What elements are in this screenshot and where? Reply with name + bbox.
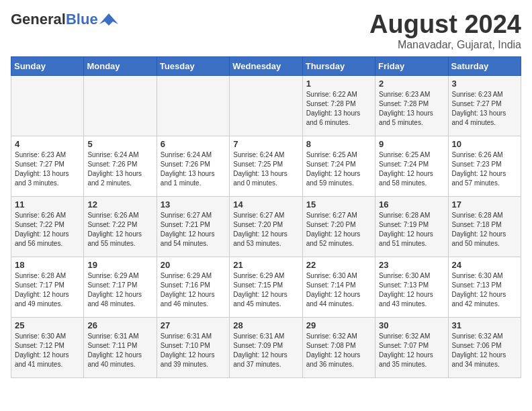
page-header: GeneralBlue August 2024 Manavadar, Gujar…	[11, 11, 521, 51]
day-number: 18	[15, 260, 80, 270]
day-number: 7	[233, 139, 298, 149]
calendar-cell	[230, 75, 302, 136]
calendar-day-header: Tuesday	[157, 56, 229, 75]
calendar-day-header: Monday	[84, 56, 157, 75]
day-info: Sunrise: 6:29 AM Sunset: 7:15 PM Dayligh…	[233, 271, 298, 309]
day-info: Sunrise: 6:30 AM Sunset: 7:14 PM Dayligh…	[306, 271, 371, 309]
day-info: Sunrise: 6:31 AM Sunset: 7:10 PM Dayligh…	[161, 332, 226, 369]
day-info: Sunrise: 6:30 AM Sunset: 7:12 PM Dayligh…	[15, 332, 80, 369]
day-info: Sunrise: 6:23 AM Sunset: 7:27 PM Dayligh…	[452, 90, 517, 128]
title-section: August 2024 Manavadar, Gujarat, India	[369, 11, 521, 51]
calendar-cell: 27Sunrise: 6:31 AM Sunset: 7:10 PM Dayli…	[157, 317, 229, 377]
day-number: 9	[379, 139, 444, 149]
day-info: Sunrise: 6:23 AM Sunset: 7:28 PM Dayligh…	[379, 90, 444, 128]
calendar-cell: 26Sunrise: 6:31 AM Sunset: 7:11 PM Dayli…	[84, 317, 157, 377]
day-info: Sunrise: 6:24 AM Sunset: 7:25 PM Dayligh…	[233, 150, 298, 188]
logo: GeneralBlue	[11, 11, 118, 28]
day-number: 29	[306, 320, 371, 330]
calendar-cell: 8Sunrise: 6:25 AM Sunset: 7:24 PM Daylig…	[302, 136, 375, 196]
calendar-cell: 9Sunrise: 6:25 AM Sunset: 7:24 PM Daylig…	[375, 136, 448, 196]
calendar-cell: 24Sunrise: 6:30 AM Sunset: 7:13 PM Dayli…	[448, 257, 521, 317]
calendar-cell: 28Sunrise: 6:31 AM Sunset: 7:09 PM Dayli…	[230, 317, 302, 377]
day-number: 19	[87, 260, 152, 270]
calendar-cell	[11, 75, 84, 136]
svg-marker-0	[99, 13, 118, 26]
calendar-cell: 2Sunrise: 6:23 AM Sunset: 7:28 PM Daylig…	[375, 75, 448, 136]
day-info: Sunrise: 6:27 AM Sunset: 7:20 PM Dayligh…	[233, 211, 298, 248]
calendar-cell: 11Sunrise: 6:26 AM Sunset: 7:22 PM Dayli…	[11, 196, 84, 257]
calendar-cell: 18Sunrise: 6:28 AM Sunset: 7:17 PM Dayli…	[11, 257, 84, 317]
day-number: 26	[87, 320, 152, 330]
day-info: Sunrise: 6:23 AM Sunset: 7:27 PM Dayligh…	[15, 150, 80, 188]
day-info: Sunrise: 6:27 AM Sunset: 7:21 PM Dayligh…	[161, 211, 226, 248]
calendar-cell: 16Sunrise: 6:28 AM Sunset: 7:19 PM Dayli…	[375, 196, 448, 257]
calendar-week-row: 4Sunrise: 6:23 AM Sunset: 7:27 PM Daylig…	[11, 136, 521, 196]
day-number: 14	[233, 199, 298, 210]
day-info: Sunrise: 6:24 AM Sunset: 7:26 PM Dayligh…	[161, 150, 226, 188]
calendar-cell	[84, 75, 157, 136]
subtitle: Manavadar, Gujarat, India	[369, 39, 521, 51]
day-number: 8	[306, 139, 371, 149]
calendar-cell: 17Sunrise: 6:28 AM Sunset: 7:18 PM Dayli…	[448, 196, 521, 257]
day-number: 4	[15, 139, 80, 149]
day-info: Sunrise: 6:26 AM Sunset: 7:22 PM Dayligh…	[87, 211, 152, 248]
day-info: Sunrise: 6:26 AM Sunset: 7:22 PM Dayligh…	[15, 211, 80, 248]
logo-text: GeneralBlue	[11, 11, 98, 28]
day-info: Sunrise: 6:26 AM Sunset: 7:23 PM Dayligh…	[452, 150, 517, 188]
calendar-cell: 15Sunrise: 6:27 AM Sunset: 7:20 PM Dayli…	[302, 196, 375, 257]
day-number: 24	[452, 260, 517, 270]
calendar-day-header: Thursday	[302, 56, 375, 75]
day-info: Sunrise: 6:32 AM Sunset: 7:08 PM Dayligh…	[306, 332, 371, 369]
day-info: Sunrise: 6:30 AM Sunset: 7:13 PM Dayligh…	[379, 271, 444, 309]
calendar-day-header: Sunday	[11, 56, 84, 75]
calendar-cell: 25Sunrise: 6:30 AM Sunset: 7:12 PM Dayli…	[11, 317, 84, 377]
calendar-week-row: 18Sunrise: 6:28 AM Sunset: 7:17 PM Dayli…	[11, 257, 521, 317]
calendar-cell: 3Sunrise: 6:23 AM Sunset: 7:27 PM Daylig…	[448, 75, 521, 136]
day-info: Sunrise: 6:29 AM Sunset: 7:17 PM Dayligh…	[87, 271, 152, 309]
day-number: 25	[15, 320, 80, 330]
day-info: Sunrise: 6:32 AM Sunset: 7:07 PM Dayligh…	[379, 332, 444, 369]
day-number: 11	[15, 199, 80, 210]
logo-icon: GeneralBlue	[11, 11, 118, 28]
calendar-cell: 31Sunrise: 6:32 AM Sunset: 7:06 PM Dayli…	[448, 317, 521, 377]
day-number: 22	[306, 260, 371, 270]
day-info: Sunrise: 6:31 AM Sunset: 7:11 PM Dayligh…	[87, 332, 152, 369]
calendar-week-row: 25Sunrise: 6:30 AM Sunset: 7:12 PM Dayli…	[11, 317, 521, 377]
calendar-cell: 23Sunrise: 6:30 AM Sunset: 7:13 PM Dayli…	[375, 257, 448, 317]
day-number: 5	[87, 139, 152, 149]
day-number: 15	[306, 199, 371, 210]
calendar-cell: 10Sunrise: 6:26 AM Sunset: 7:23 PM Dayli…	[448, 136, 521, 196]
calendar-cell: 4Sunrise: 6:23 AM Sunset: 7:27 PM Daylig…	[11, 136, 84, 196]
day-number: 2	[379, 79, 444, 89]
day-info: Sunrise: 6:31 AM Sunset: 7:09 PM Dayligh…	[233, 332, 298, 369]
calendar-cell: 1Sunrise: 6:22 AM Sunset: 7:28 PM Daylig…	[302, 75, 375, 136]
calendar-cell: 13Sunrise: 6:27 AM Sunset: 7:21 PM Dayli…	[157, 196, 229, 257]
day-info: Sunrise: 6:28 AM Sunset: 7:17 PM Dayligh…	[15, 271, 80, 309]
calendar-day-header: Friday	[375, 56, 448, 75]
calendar-week-row: 1Sunrise: 6:22 AM Sunset: 7:28 PM Daylig…	[11, 75, 521, 136]
calendar-cell: 22Sunrise: 6:30 AM Sunset: 7:14 PM Dayli…	[302, 257, 375, 317]
day-info: Sunrise: 6:30 AM Sunset: 7:13 PM Dayligh…	[452, 271, 517, 309]
calendar-cell: 19Sunrise: 6:29 AM Sunset: 7:17 PM Dayli…	[84, 257, 157, 317]
calendar-cell: 20Sunrise: 6:29 AM Sunset: 7:16 PM Dayli…	[157, 257, 229, 317]
day-number: 16	[379, 199, 444, 210]
day-info: Sunrise: 6:24 AM Sunset: 7:26 PM Dayligh…	[87, 150, 152, 188]
calendar-cell: 30Sunrise: 6:32 AM Sunset: 7:07 PM Dayli…	[375, 317, 448, 377]
day-info: Sunrise: 6:25 AM Sunset: 7:24 PM Dayligh…	[306, 150, 371, 188]
day-info: Sunrise: 6:28 AM Sunset: 7:18 PM Dayligh…	[452, 211, 517, 248]
day-info: Sunrise: 6:22 AM Sunset: 7:28 PM Dayligh…	[306, 90, 371, 128]
day-number: 17	[452, 199, 517, 210]
day-number: 20	[161, 260, 226, 270]
calendar-table: SundayMondayTuesdayWednesdayThursdayFrid…	[11, 56, 521, 378]
day-number: 1	[306, 79, 371, 89]
day-number: 13	[161, 199, 226, 210]
day-number: 31	[452, 320, 517, 330]
day-info: Sunrise: 6:28 AM Sunset: 7:19 PM Dayligh…	[379, 211, 444, 248]
day-number: 21	[233, 260, 298, 270]
day-number: 30	[379, 320, 444, 330]
day-info: Sunrise: 6:25 AM Sunset: 7:24 PM Dayligh…	[379, 150, 444, 188]
day-number: 28	[233, 320, 298, 330]
calendar-cell: 6Sunrise: 6:24 AM Sunset: 7:26 PM Daylig…	[157, 136, 229, 196]
calendar-cell	[157, 75, 229, 136]
calendar-cell: 29Sunrise: 6:32 AM Sunset: 7:08 PM Dayli…	[302, 317, 375, 377]
